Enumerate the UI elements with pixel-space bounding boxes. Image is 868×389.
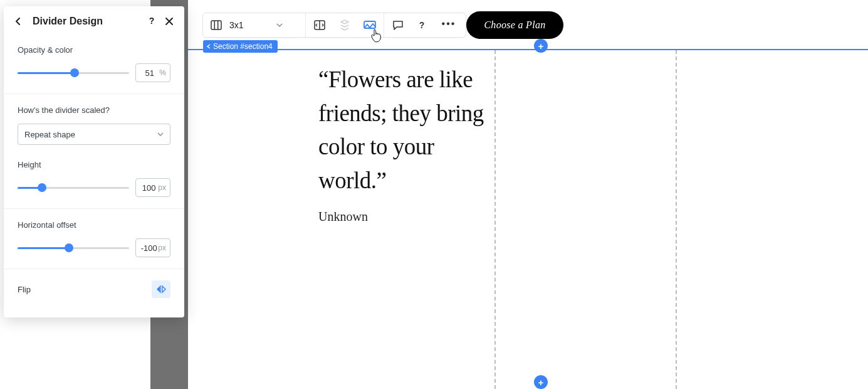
add-section-button[interactable]: +	[534, 39, 548, 53]
chevron-down-icon	[157, 132, 164, 136]
more-menu[interactable]: •••	[439, 18, 459, 32]
back-button[interactable]	[13, 16, 24, 27]
layers-tool[interactable]	[338, 19, 351, 31]
section-selection-bar	[188, 49, 868, 50]
canvas[interactable]	[188, 0, 868, 389]
svg-rect-1	[211, 21, 221, 29]
offset-value-input[interactable]: -100 px	[135, 238, 170, 257]
flip-horizontal-button[interactable]	[152, 280, 170, 298]
pointer-cursor-icon	[370, 29, 382, 43]
flip-label: Flip	[18, 285, 31, 294]
help-button[interactable]: ?	[145, 15, 158, 28]
height-value-input[interactable]: 100 px	[135, 178, 170, 197]
column-guide	[676, 50, 677, 389]
height-slider[interactable]	[18, 181, 129, 194]
opacity-label: Opacity & color	[18, 45, 170, 55]
scale-question-label: How's the divider scaled?	[18, 105, 170, 115]
chevron-left-icon	[207, 44, 211, 49]
grid-icon	[211, 20, 222, 30]
flip-icon	[156, 285, 166, 294]
fit-tool[interactable]	[313, 19, 326, 31]
quote-text[interactable]: “Flowers are like friends; they bring co…	[318, 63, 506, 198]
svg-text:?: ?	[419, 20, 424, 30]
choose-a-plan-button[interactable]: Choose a Plan	[466, 11, 563, 39]
opacity-value-input[interactable]: 51 %	[135, 63, 170, 82]
svg-text:?: ?	[149, 16, 155, 26]
height-label: Height	[18, 160, 170, 169]
add-section-button[interactable]: +	[534, 375, 548, 389]
offset-slider[interactable]	[18, 242, 129, 254]
scale-mode-select[interactable]: Repeat shape	[18, 124, 170, 145]
comment-tool[interactable]	[392, 19, 404, 31]
section-tag[interactable]: Section #section4	[203, 40, 278, 53]
divider-design-panel: Divider Design ? Opacity & color 51 % Ho…	[4, 6, 184, 317]
panel-title: Divider Design	[33, 16, 140, 27]
opacity-slider[interactable]	[18, 67, 129, 79]
quote-author[interactable]: Unknown	[318, 210, 368, 224]
section-toolbar: 3x1 ? ••• Choose a Plan	[202, 11, 563, 39]
grid-selector[interactable]: 3x1	[203, 13, 305, 37]
close-button[interactable]	[163, 15, 175, 28]
offset-label: Horizontal offset	[18, 220, 170, 230]
toolbar-help[interactable]: ?	[416, 19, 428, 31]
chevron-down-icon	[276, 23, 283, 27]
